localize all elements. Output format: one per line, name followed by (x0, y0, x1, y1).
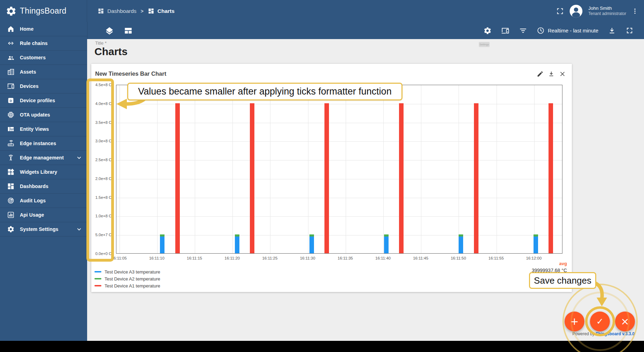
legend-label: Test Device A2 temperature (105, 276, 160, 282)
timewindow-button[interactable]: Realtime - last minute (537, 27, 598, 35)
discard-changes-button[interactable]: × (615, 312, 635, 331)
x-tick-label: 16:11:45 (413, 256, 428, 260)
legend-color-dash (94, 271, 101, 272)
legend-color-dash (94, 285, 101, 286)
powered-by: Powered by Thingsboard v.3.3.0 (572, 331, 635, 336)
x-tick-label: 16:11:25 (262, 256, 277, 260)
bar (309, 237, 314, 253)
avatar[interactable] (569, 4, 583, 18)
y-gridline (116, 123, 562, 123)
thingsboard-logo-icon (6, 6, 17, 17)
widget-actions (537, 70, 566, 77)
dashboard-layout-icon[interactable] (124, 26, 133, 35)
y-gridline (116, 104, 562, 104)
breadcrumb-charts[interactable]: Charts (148, 8, 175, 14)
fullscreen-dashboard-icon[interactable] (626, 27, 634, 35)
sidebar-item-device-profiles[interactable]: D Device profiles (0, 93, 87, 108)
x-tick-label: 16:11:40 (375, 256, 391, 260)
api-usage-icon (7, 211, 15, 219)
widgets-library-icon (7, 168, 15, 176)
assets-icon (7, 68, 15, 76)
sidebar-item-ota-updates[interactable]: OTA updates (0, 108, 87, 122)
system-settings-icon (7, 225, 15, 233)
sidebar-item-edge-instances[interactable]: Edge instances (0, 136, 87, 151)
x-tick-label: 16:11:50 (451, 256, 466, 260)
widget-download-icon[interactable] (548, 70, 555, 77)
sidebar-item-assets[interactable]: Assets (0, 65, 87, 79)
x-gridline (383, 85, 384, 253)
x-tick-label: 16:12:00 (526, 256, 542, 260)
yaxis-highlight-box (86, 78, 114, 262)
x-tick-label: 16:11:35 (338, 256, 353, 260)
devices-icon (7, 82, 15, 90)
app-name: ThingsBoard (20, 6, 67, 16)
y-gridline (116, 141, 562, 142)
sidebar-item-customers[interactable]: Customers (0, 51, 87, 65)
sidebar-item-audit-logs[interactable]: Audit Logs (0, 194, 87, 208)
dashboards-icon (7, 182, 15, 190)
x-gridline (534, 85, 535, 253)
title-field-label: Title * (95, 40, 107, 46)
sidebar-item-system-settings[interactable]: System Settings (0, 222, 87, 237)
chart-legend: Test Device A3 temperatureTest Device A2… (94, 268, 160, 289)
sidebar-item-entity-views[interactable]: Entity Views (0, 122, 87, 136)
close-icon: × (621, 316, 629, 327)
legend-label: Test Device A1 temperature (105, 283, 160, 289)
layers-icon[interactable] (105, 26, 114, 35)
edge-instances-icon (7, 140, 15, 147)
y-gridline (116, 198, 562, 198)
device-profiles-icon: D (7, 97, 15, 104)
sidebar-item-widgets-library[interactable]: Widgets Library (0, 165, 87, 179)
sidebar-item-rule-chains[interactable]: Rule chains (0, 36, 87, 51)
bar (384, 237, 389, 253)
manage-states-icon[interactable] (501, 27, 509, 35)
user-name: John Smith (588, 5, 626, 12)
chevron-down-icon (76, 226, 83, 233)
entity-views-icon (7, 125, 15, 133)
bar (250, 103, 254, 253)
bar (549, 103, 553, 253)
x-gridline (195, 85, 195, 253)
widget-close-icon[interactable] (559, 70, 566, 77)
timewindow-label: Realtime - last minute (548, 28, 598, 33)
legend-item[interactable]: Test Device A1 temperature (94, 282, 160, 289)
sidebar-item-home[interactable]: Home (0, 22, 87, 36)
plot-area (116, 85, 562, 254)
legend-item[interactable]: Test Device A3 temperature (94, 268, 160, 275)
x-gridline (308, 85, 308, 253)
bar (235, 237, 239, 253)
edit-pencil-icon[interactable] (537, 70, 544, 77)
sidebar-item-devices[interactable]: Devices (0, 79, 87, 93)
x-gridline (232, 85, 233, 253)
kebab-menu-icon[interactable] (631, 8, 638, 15)
y-gridline (116, 216, 562, 217)
bar (324, 103, 329, 253)
dashboard-settings-gear-icon[interactable] (483, 27, 492, 35)
thingsboard-version-link[interactable]: Thingsboard v.3.3.0 (596, 331, 635, 336)
bar (474, 103, 478, 253)
check-icon: ✓ (596, 317, 604, 326)
sidebar-item-dashboards[interactable]: Dashboards (0, 179, 87, 194)
x-tick-label: 16:11:10 (149, 256, 164, 260)
bar (459, 237, 463, 253)
bar (160, 237, 164, 253)
add-widget-button[interactable]: + (565, 312, 584, 331)
widget-title: New Timeseries Bar Chart (95, 70, 166, 77)
legend-item[interactable]: Test Device A2 temperature (94, 275, 160, 282)
breadcrumb: Dashboards > Charts (98, 8, 175, 14)
filter-icon[interactable] (519, 27, 527, 35)
apply-changes-button[interactable]: ✓ (590, 312, 610, 331)
sidebar-item-api-usage[interactable]: Api Usage (0, 208, 87, 222)
aggregation-block: avg 39999937.68 °C (532, 261, 567, 273)
user-role: Tenant administrator (588, 11, 626, 17)
thingsboard-logo[interactable]: ThingsBoard (0, 0, 87, 22)
export-download-icon[interactable] (608, 27, 616, 35)
user-info[interactable]: John Smith Tenant administrator (588, 5, 626, 17)
breadcrumb-dashboards[interactable]: Dashboards (98, 8, 137, 14)
fullscreen-icon[interactable] (556, 7, 564, 15)
toolbar-left (105, 26, 133, 35)
y-gridline (116, 179, 562, 179)
x-tick-label: 16:11:30 (300, 256, 315, 260)
legend-color-dash (94, 278, 101, 279)
sidebar-item-edge-management[interactable]: Edge management (0, 151, 87, 165)
